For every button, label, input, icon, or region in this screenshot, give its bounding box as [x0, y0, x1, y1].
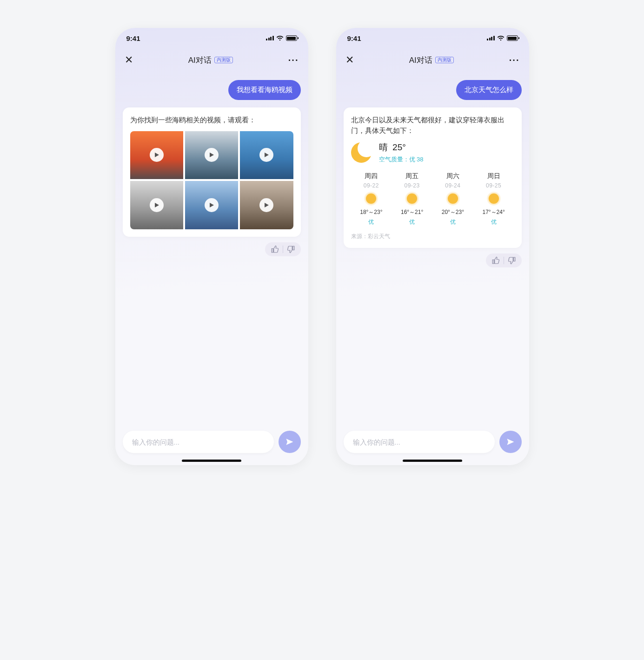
more-icon[interactable]: ···: [509, 55, 520, 66]
forecast-day: 周日 09-25 17°～24° 优: [482, 172, 505, 226]
message-input[interactable]: [344, 431, 495, 453]
nav-title-group: AI对话 内测版: [409, 55, 454, 66]
forecast-date: 09-25: [486, 182, 501, 189]
forecast-day: 周六 09-24 20°～23° 优: [442, 172, 464, 226]
forecast-date: 09-24: [445, 182, 460, 189]
forecast-aqi: 优: [368, 218, 374, 226]
video-thumb[interactable]: [130, 131, 183, 180]
home-indicator: [182, 460, 241, 462]
forecast-aqi: 优: [450, 218, 456, 226]
play-icon: [205, 148, 219, 162]
thumbs-up-icon[interactable]: [491, 256, 500, 265]
nav-title: AI对话: [409, 55, 432, 66]
video-grid: [130, 131, 293, 230]
air-quality-value: 优 38: [409, 156, 424, 163]
user-message: 北京天气怎么样: [456, 80, 522, 100]
forecast-row: 周四 09-22 18°～23° 优 周五 09-23 16°～21° 优 周六…: [351, 172, 514, 226]
feedback-divider: [504, 257, 504, 264]
send-button[interactable]: [499, 431, 522, 453]
play-icon: [259, 198, 273, 212]
thumbs-down-icon[interactable]: [508, 256, 516, 265]
user-message: 我想看看海鸥视频: [228, 80, 301, 100]
home-indicator: [403, 460, 462, 462]
phone-right: 9:41 ✕ AI对话 内测版 ··· 北京天气怎么样 北京今日以及未来天气都很…: [336, 28, 529, 465]
battery-icon: [507, 35, 518, 41]
signal-icon: [266, 36, 274, 40]
status-time: 9:41: [347, 34, 361, 42]
chat-area: 我想看看海鸥视频 为你找到一些海鸥相关的视频，请观看：: [115, 72, 308, 465]
forecast-dayname: 周六: [446, 172, 459, 180]
send-button[interactable]: [279, 431, 301, 453]
weather-current-text: 晴 25° 空气质量：优 38: [379, 141, 424, 164]
weather-condition: 晴: [379, 142, 388, 152]
forecast-range: 18°～23°: [360, 208, 382, 216]
more-icon[interactable]: ···: [288, 55, 299, 66]
forecast-aqi: 优: [491, 218, 497, 226]
forecast-day: 周五 09-23 16°～21° 优: [401, 172, 423, 226]
forecast-range: 17°～24°: [482, 208, 505, 216]
battery-icon: [286, 35, 297, 41]
close-icon[interactable]: ✕: [345, 54, 354, 66]
ai-intro-text: 北京今日以及未来天气都很好，建议穿轻薄衣服出门，具体天气如下：: [351, 115, 514, 136]
nav-title: AI对话: [188, 55, 212, 66]
play-icon: [259, 148, 273, 162]
forecast-range: 20°～23°: [442, 208, 464, 216]
video-thumb[interactable]: [130, 181, 183, 229]
sun-icon: [366, 193, 376, 204]
status-bar: 9:41: [336, 28, 529, 48]
moon-icon: [351, 142, 372, 163]
ai-weather-card: 北京今日以及未来天气都很好，建议穿轻薄衣服出门，具体天气如下： 晴 25° 空气…: [344, 107, 522, 248]
forecast-date: 09-23: [405, 182, 420, 189]
video-thumb[interactable]: [185, 181, 238, 229]
forecast-day: 周四 09-22 18°～23° 优: [360, 172, 382, 226]
ai-intro-text: 为你找到一些海鸥相关的视频，请观看：: [130, 115, 293, 126]
input-bar: [344, 431, 522, 453]
beta-badge: 内测版: [214, 57, 233, 63]
status-time: 9:41: [126, 34, 140, 42]
forecast-dayname: 周五: [405, 172, 418, 180]
navbar: ✕ AI对话 内测版 ···: [115, 48, 308, 72]
play-icon: [150, 198, 164, 212]
close-icon[interactable]: ✕: [125, 54, 133, 66]
weather-temp: 25°: [392, 142, 406, 152]
thumbs-down-icon[interactable]: [287, 245, 295, 253]
air-quality-label: 空气质量：: [379, 156, 409, 163]
forecast-aqi: 优: [409, 218, 415, 226]
chat-area: 北京天气怎么样 北京今日以及未来天气都很好，建议穿轻薄衣服出门，具体天气如下： …: [336, 72, 529, 465]
forecast-dayname: 周四: [365, 172, 378, 180]
nav-title-group: AI对话 内测版: [188, 55, 233, 66]
video-thumb[interactable]: [240, 131, 293, 180]
status-icons: [266, 35, 297, 41]
wifi-icon: [497, 35, 505, 41]
navbar: ✕ AI对话 内测版 ···: [336, 48, 529, 72]
weather-source: 来源：彩云天气: [351, 233, 514, 240]
sun-icon: [407, 193, 417, 204]
forecast-dayname: 周日: [487, 172, 500, 180]
input-bar: [123, 431, 301, 453]
phone-left: 9:41 ✕ AI对话 内测版 ··· 我想看看海鸥视频 为你找到一些海鸥相关的…: [115, 28, 308, 465]
message-input[interactable]: [123, 431, 274, 453]
thumbs-up-icon[interactable]: [271, 245, 279, 253]
sun-icon: [448, 193, 458, 204]
ai-video-card: 为你找到一些海鸥相关的视频，请观看：: [123, 107, 301, 237]
video-thumb[interactable]: [240, 181, 293, 229]
beta-badge: 内测版: [435, 57, 454, 63]
feedback-divider: [283, 246, 283, 253]
weather-current: 晴 25° 空气质量：优 38: [351, 141, 514, 164]
status-bar: 9:41: [115, 28, 308, 48]
sun-icon: [489, 193, 499, 204]
send-icon: [506, 437, 515, 447]
forecast-range: 16°～21°: [401, 208, 423, 216]
play-icon: [150, 148, 164, 162]
play-icon: [205, 198, 219, 212]
forecast-date: 09-22: [364, 182, 379, 189]
wifi-icon: [276, 35, 284, 41]
feedback-bar: [265, 242, 301, 256]
video-thumb[interactable]: [185, 131, 238, 180]
status-icons: [487, 35, 518, 41]
signal-icon: [487, 36, 495, 40]
feedback-bar: [486, 253, 522, 267]
send-icon: [285, 437, 294, 447]
